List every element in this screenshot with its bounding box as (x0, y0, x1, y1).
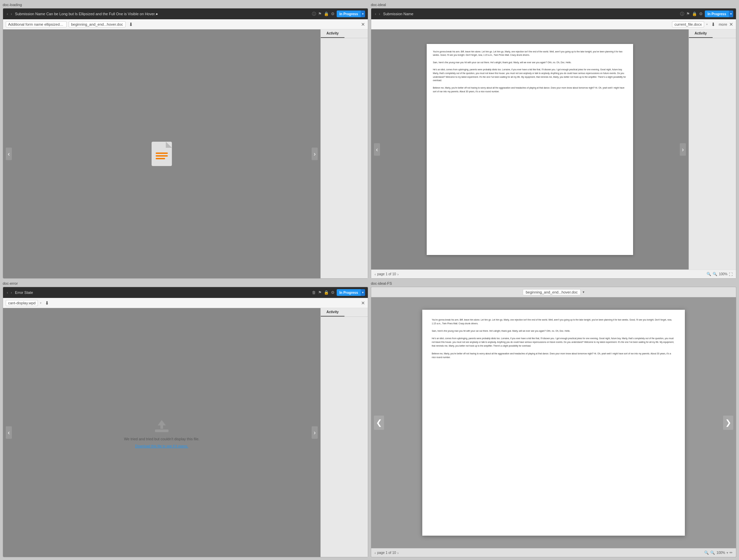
footer-nav-ideal: ‹ page 1 of 10 › (375, 272, 399, 276)
title-text-ideal: Submission Name (383, 12, 678, 16)
settings-icon-error[interactable]: ⚙ (331, 290, 335, 295)
activity-tab-activity-loading[interactable]: Activity (321, 29, 344, 38)
toolbar-error: cant-display.wpd ▾ ⬇ ✕ (3, 298, 368, 308)
activity-tab-activity-error[interactable]: Activity (321, 308, 344, 317)
nav-arrows-error: ‹ › (6, 290, 13, 295)
zoom-in-btn-fs[interactable]: 🔍 (710, 551, 715, 555)
doc-loading-icon (152, 142, 172, 166)
footer-next-ideal[interactable]: › (397, 272, 399, 276)
filename-error: cant-display.wpd (6, 300, 38, 306)
download-btn-error[interactable]: ⬇ (44, 300, 50, 306)
error-content: We tried and tried but couldn't display … (124, 417, 199, 448)
zoom-out-btn-ideal[interactable]: 🔍 (707, 272, 711, 276)
doc-page-ideal: You're gonna break his arm. Biff, leave … (427, 44, 633, 255)
title-bar-error: ‹ › Error State 🗑 ⚑ 🔒 ⚙ In Progress ▾ (3, 287, 368, 298)
chevron-down-icon-ideal: ▾ (706, 23, 708, 26)
filename-loading: beginning_and_end...hover.doc (69, 21, 126, 27)
nav-forward-loading[interactable]: › (10, 11, 13, 17)
lock-icon-error[interactable]: 🔒 (324, 290, 329, 295)
status-badge-label-ideal: In Progress (705, 10, 729, 17)
zoom-level-fs: 100% (716, 551, 725, 555)
nav-left-ideal[interactable]: ‹ (374, 143, 380, 156)
footer-page-fs: page 1 of 10 (377, 551, 396, 555)
title-text-error: Error State (15, 290, 310, 295)
status-badge-dropdown-loading[interactable]: ▾ (361, 10, 365, 17)
doc-window-fs: beginning_and_end...hover.doc ▾ ❮ You're… (371, 287, 736, 557)
lock-icon-ideal[interactable]: 🔒 (692, 11, 697, 16)
error-text-label: We tried and tried but couldn't display … (124, 437, 199, 441)
fs-page: You're gonna break his arm. Biff, leave … (422, 310, 685, 536)
doc-viewer-ideal: ‹ You're gonna break his arm. Biff, leav… (371, 29, 689, 270)
title-icons-loading: ⓘ ⚑ 🔒 ⚙ (312, 11, 335, 17)
doc-viewer-loading: ‹ › (3, 29, 320, 278)
doc-icon-svg (152, 142, 172, 166)
settings-icon-loading[interactable]: ⚙ (331, 11, 335, 16)
nav-forward-ideal[interactable]: › (378, 11, 381, 17)
nav-right-loading[interactable]: › (312, 148, 318, 160)
activity-tab-2-loading[interactable] (344, 29, 368, 38)
nav-forward-error[interactable]: › (10, 290, 13, 295)
footer-next-fs[interactable]: › (397, 551, 399, 555)
nav-back-error[interactable]: ‹ (6, 290, 9, 295)
nav-left-fs[interactable]: ❮ (374, 416, 384, 430)
svg-marker-6 (158, 420, 166, 429)
bookmark-icon-ideal[interactable]: ⚑ (686, 11, 690, 16)
svg-rect-5 (155, 429, 169, 432)
activity-tabs-error: Activity (321, 308, 368, 317)
status-badge-dropdown-ideal[interactable]: ▾ (729, 10, 733, 17)
activity-panel-error: Activity (320, 308, 368, 557)
panel-label-error: doc-error (3, 281, 368, 285)
bookmark-icon-loading[interactable]: ⚑ (318, 11, 322, 16)
nav-right-fs[interactable]: ❯ (723, 416, 733, 430)
svg-rect-4 (156, 158, 165, 159)
nav-right-ideal[interactable]: › (680, 143, 686, 156)
trash-icon-error[interactable]: 🗑 (312, 290, 316, 295)
doc-viewer-error: ‹ We tried and tried but couldn't displa… (3, 308, 320, 557)
expand-btn-fs[interactable]: ✏ (730, 551, 733, 555)
error-link[interactable]: Download this file to see if it opens. (135, 444, 188, 448)
svg-rect-2 (156, 153, 168, 154)
content-area-error: ‹ We tried and tried but couldn't displa… (3, 308, 368, 557)
status-badge-label-loading: In Progress (337, 10, 361, 17)
content-area-ideal: ‹ You're gonna break his arm. Biff, leav… (371, 29, 736, 270)
doc-window-error: ‹ › Error State 🗑 ⚑ 🔒 ⚙ In Progress ▾ ca… (3, 287, 368, 557)
status-badge-dropdown-error[interactable]: ▾ (361, 289, 365, 296)
activity-tab-2-ideal[interactable] (713, 29, 736, 38)
nav-back-ideal[interactable]: ‹ (374, 11, 377, 17)
activity-tab-activity-ideal[interactable]: Activity (689, 29, 713, 38)
close-btn-ideal[interactable]: ✕ (729, 22, 733, 27)
footer-prev-ideal[interactable]: ‹ (375, 272, 376, 276)
activity-tab-2-error[interactable] (344, 308, 368, 317)
more-label-ideal[interactable]: more (719, 22, 727, 26)
panel-doc-loading: doc-loading ‹ › Submission Name Can be L… (3, 3, 368, 279)
expand-btn-ideal[interactable]: ⛶ (729, 272, 733, 276)
status-badge-label-error: In Progress (337, 289, 361, 296)
footer-nav-fs: ‹ page 1 of 10 › (375, 551, 399, 555)
download-btn-loading[interactable]: ⬇ (128, 21, 134, 28)
lock-icon-loading[interactable]: 🔒 (324, 11, 329, 16)
fs-toolbar: beginning_and_end...hover.doc ▾ (371, 287, 736, 297)
settings-icon-ideal[interactable]: ⚙ (699, 11, 703, 16)
info-icon-loading[interactable]: ⓘ (312, 11, 316, 17)
footer-prev-fs[interactable]: ‹ (375, 551, 376, 555)
nav-left-error[interactable]: ‹ (6, 426, 12, 439)
toolbar-ideal: current_file.docx ▾ ⬇ more ✕ (371, 19, 736, 29)
fs-dropdown-icon[interactable]: ▾ (583, 290, 584, 294)
nav-left-loading[interactable]: ‹ (6, 148, 12, 160)
error-download-icon (154, 417, 170, 434)
close-btn-error[interactable]: ✕ (361, 300, 365, 306)
zoom-in-btn-ideal[interactable]: 🔍 (713, 272, 717, 276)
nav-back-loading[interactable]: ‹ (6, 11, 9, 17)
nav-right-error[interactable]: › (312, 426, 318, 439)
info-icon-ideal[interactable]: ⓘ (680, 11, 684, 17)
activity-tabs-loading: Activity (321, 29, 368, 38)
title-bar-loading: ‹ › Submission Name Can be Long but Is E… (3, 8, 368, 19)
panel-doc-error: doc-error ‹ › Error State 🗑 ⚑ 🔒 ⚙ In Pro… (3, 281, 368, 557)
zoom-out-btn-fs[interactable]: 🔍 (704, 551, 709, 555)
download-btn-ideal[interactable]: ⬇ (710, 21, 717, 28)
nav-arrows-loading: ‹ › (6, 11, 13, 17)
bookmark-icon-error[interactable]: ⚑ (318, 290, 322, 295)
filename-ideal: current_file.docx (672, 21, 704, 27)
close-btn-loading[interactable]: ✕ (361, 22, 365, 27)
title-icons-ideal: ⓘ ⚑ 🔒 ⚙ (680, 11, 703, 17)
